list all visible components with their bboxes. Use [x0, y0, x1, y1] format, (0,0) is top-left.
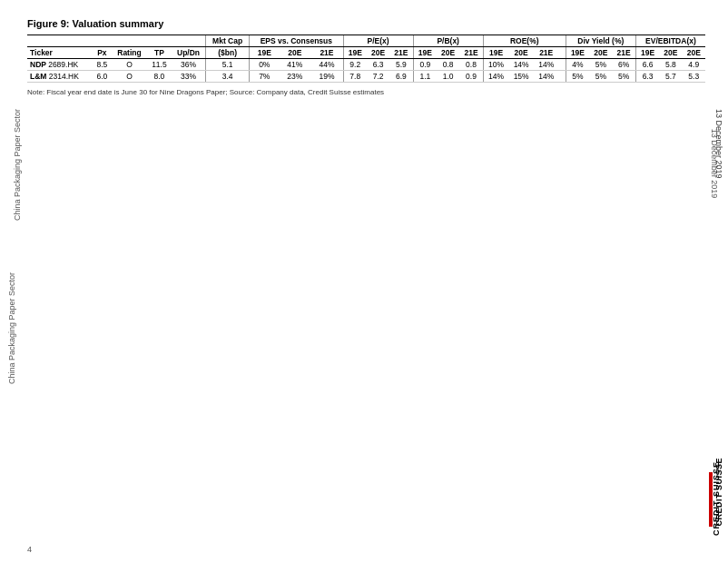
cell-pe19: 7.8 [343, 71, 367, 83]
tp-col-header: TP [147, 47, 172, 59]
cell-pb19: 0.9 [413, 59, 437, 71]
table-group-header-row: Mkt Cap EPS vs. Consensus P/E(x) P/B(x) … [27, 35, 705, 47]
cell-ticker: L&M 2314.HK [27, 71, 93, 83]
div-header: Div Yield (%) [566, 35, 635, 47]
main-content: Figure 9: Valuation summary Mkt Cap EPS … [27, 18, 705, 96]
cell-roe19: 10% [483, 59, 508, 71]
cell-div19: 5% [566, 71, 589, 83]
cell-eps20: 23% [279, 71, 310, 83]
cell-ev21: 5.3 [683, 71, 705, 83]
cell-roe-extra [558, 71, 566, 83]
cell-rating: O [112, 59, 147, 71]
cell-eps19: 0% [250, 59, 280, 71]
ev19-col-header: 19E [635, 47, 659, 59]
cell-px: 6.0 [93, 71, 112, 83]
eps21-col-header: 21E [310, 47, 343, 59]
cell-div20: 5% [589, 71, 612, 83]
mktcap-col-header: ($bn) [206, 47, 250, 59]
sidebar-label: China Packaging Paper Sector [13, 109, 22, 221]
cell-updn: 36% [172, 59, 206, 71]
cell-div21: 5% [612, 71, 635, 83]
roe19-col-header: 19E [483, 47, 508, 59]
updn-col-header: Up/Dn [172, 47, 206, 59]
cell-roe-extra [558, 59, 566, 71]
cell-pb20: 0.8 [437, 59, 459, 71]
cell-pb21: 0.9 [459, 71, 483, 83]
pb19-col-header: 19E [413, 47, 437, 59]
date-vertical-label: 13 December 2019 [714, 109, 723, 179]
ev20-col-header: 20E [659, 47, 682, 59]
cell-rating: O [112, 71, 147, 83]
figure-title: Figure 9: Valuation summary [27, 18, 705, 29]
cell-pe19: 9.2 [343, 59, 367, 71]
cell-ev19: 6.3 [635, 71, 659, 83]
table-row: NDP 2689.HK 8.5 O 11.5 36% 5.1 0% 41% 44… [27, 59, 705, 71]
table-subheader-row: Ticker Px Rating TP Up/Dn ($bn) 19E 20E … [27, 47, 705, 59]
cell-pe21: 6.9 [389, 71, 413, 83]
roe21-col-header: 21E [534, 47, 559, 59]
eps-header: EPS vs. Consensus [250, 35, 343, 47]
cell-px: 8.5 [93, 59, 112, 71]
pb20-col-header: 20E [437, 47, 459, 59]
cell-tp: 8.0 [147, 71, 172, 83]
eps19-col-header: 19E [250, 47, 280, 59]
cell-div21: 6% [612, 59, 635, 71]
roe-extra-col-header [558, 47, 566, 59]
cell-mktcap: 5.1 [206, 59, 250, 71]
cell-roe19: 14% [483, 71, 508, 83]
cell-pe21: 5.9 [389, 59, 413, 71]
pe-header: P/E(x) [343, 35, 413, 47]
cell-eps21: 19% [310, 71, 343, 83]
roe20-col-header: 20E [508, 47, 534, 59]
cell-div20: 5% [589, 59, 612, 71]
div21-col-header: 21E [612, 47, 635, 59]
ev-header: EV/EBITDA(x) [635, 35, 705, 47]
cell-roe21: 14% [534, 71, 559, 83]
pb21-col-header: 21E [459, 47, 483, 59]
cell-tp: 11.5 [147, 59, 172, 71]
cell-div19: 4% [566, 59, 589, 71]
cell-ev21: 4.9 [683, 59, 705, 71]
cell-pb19: 1.1 [413, 71, 437, 83]
cell-mktcap: 3.4 [206, 71, 250, 83]
cell-roe20: 14% [508, 59, 534, 71]
empty-header [27, 35, 206, 47]
cell-eps20: 41% [279, 59, 310, 71]
ev21-col-header: 20E [683, 47, 705, 59]
credit-suisse-logo-vertical: CREDIT SUISSE [714, 458, 723, 527]
ticker-col-header: Ticker [27, 47, 93, 59]
cell-roe21: 14% [534, 59, 559, 71]
px-col-header: Px [93, 47, 112, 59]
table-note: Note: Fiscal year end date is June 30 fo… [27, 88, 705, 96]
div19-col-header: 19E [566, 47, 589, 59]
cell-eps19: 7% [250, 71, 280, 83]
div20-col-header: 20E [589, 47, 612, 59]
cell-roe20: 15% [508, 71, 534, 83]
table-row: L&M 2314.HK 6.0 O 8.0 33% 3.4 7% 23% 19%… [27, 71, 705, 83]
credit-suisse-bar [709, 472, 713, 527]
cell-ev20: 5.7 [659, 71, 682, 83]
eps20-col-header: 20E [279, 47, 310, 59]
valuation-table: Mkt Cap EPS vs. Consensus P/E(x) P/B(x) … [27, 35, 705, 83]
cell-pb21: 0.8 [459, 59, 483, 71]
cell-pe20: 7.2 [367, 71, 389, 83]
roe-header: ROE(%) [483, 35, 566, 47]
pe19-col-header: 19E [343, 47, 367, 59]
mktcap-header: Mkt Cap [206, 35, 250, 47]
cell-ticker: NDP 2689.HK [27, 59, 93, 71]
cell-ev19: 6.6 [635, 59, 659, 71]
cell-updn: 33% [172, 71, 206, 83]
cell-pb20: 1.0 [437, 71, 459, 83]
page-number: 4 [27, 545, 32, 554]
cell-eps21: 44% [310, 59, 343, 71]
sidebar-vertical-label: China Packaging Paper Sector [7, 272, 16, 384]
pb-header: P/B(x) [413, 35, 483, 47]
cell-pe20: 6.3 [367, 59, 389, 71]
pe21-col-header: 21E [389, 47, 413, 59]
table-body: NDP 2689.HK 8.5 O 11.5 36% 5.1 0% 41% 44… [27, 59, 705, 83]
pe20-col-header: 20E [367, 47, 389, 59]
rating-col-header: Rating [112, 47, 147, 59]
cell-ev20: 5.8 [659, 59, 682, 71]
